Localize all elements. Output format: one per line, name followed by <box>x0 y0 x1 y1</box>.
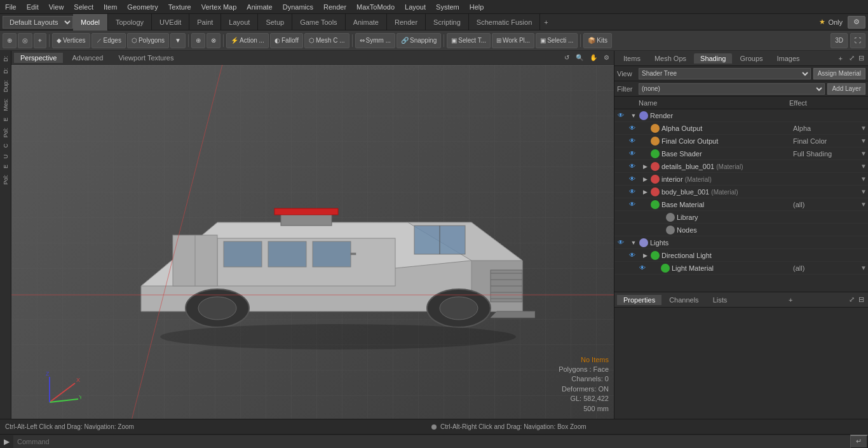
panel-tab-images[interactable]: Images <box>771 53 806 64</box>
shader-item-lights[interactable]: 👁 ▼ Lights <box>614 236 868 249</box>
vp-settings[interactable]: ⚙ <box>602 53 611 62</box>
expand-interior[interactable]: ▶ <box>641 175 649 183</box>
toolbar-rotate[interactable]: ◎ <box>18 33 32 48</box>
expand-details[interactable]: ▶ <box>641 163 649 170</box>
layout-dropdown[interactable]: Default Layouts <box>3 16 73 29</box>
filter-dropdown[interactable]: (none) <box>639 83 825 95</box>
left-tab-2[interactable]: D: <box>1 65 10 76</box>
eye-final-color[interactable]: 👁 <box>627 136 637 146</box>
props-add-tab[interactable]: + <box>789 296 792 304</box>
layout-tab-gametools[interactable]: Game Tools <box>292 14 346 31</box>
add-layer-btn[interactable]: Add Layer <box>827 83 865 95</box>
panel-tab-items[interactable]: Items <box>617 53 647 64</box>
eye-lights[interactable]: 👁 <box>616 238 626 248</box>
eye-base-material[interactable]: 👁 <box>627 200 637 210</box>
menu-dynamics[interactable]: Dynamics <box>278 2 318 12</box>
menu-animate[interactable]: Animate <box>241 2 277 12</box>
left-tab-6[interactable]: Pol: <box>1 125 10 140</box>
toolbar-select-tool[interactable]: ▣ Select T... <box>447 33 491 48</box>
layout-settings[interactable]: ⚙ <box>848 16 865 29</box>
shader-item-nodes[interactable]: Nodes <box>614 224 868 236</box>
layout-tab-model[interactable]: Model <box>73 14 108 31</box>
eye-body[interactable]: 👁 <box>627 187 637 197</box>
toolbar-workplane[interactable]: ⊞ Work Pl... <box>492 33 534 48</box>
view-dropdown[interactable]: Shader Tree <box>639 68 811 79</box>
command-input[interactable] <box>13 435 850 448</box>
layout-tab-render[interactable]: Render <box>387 14 426 31</box>
left-tab-3[interactable]: Dup: <box>1 78 10 95</box>
shader-item-alpha[interactable]: 👁 Alpha Output Alpha ▼ <box>614 122 868 135</box>
light-material-arrow[interactable]: ▼ <box>857 264 867 271</box>
shader-item-base-shader[interactable]: 👁 Base Shader Full Shading ▼ <box>614 147 868 160</box>
toolbar-sym[interactable]: ⇔ Symm ... <box>355 33 395 48</box>
cmd-enter-btn[interactable]: ↵ <box>850 435 868 449</box>
shader-item-dir-light[interactable]: 👁 ▶ Directional Light <box>614 249 868 262</box>
toolbar-falloff[interactable]: ◐ Falloff <box>270 33 303 48</box>
toolbar-vertices[interactable]: ◆ Vertices <box>52 33 90 48</box>
panel-tab-meshops[interactable]: Mesh Ops <box>648 53 693 64</box>
toolbar-mode-dropdown[interactable]: ▼ <box>170 33 186 48</box>
toolbar-snap[interactable]: ⊕ <box>191 33 205 48</box>
expand-body[interactable]: ▶ <box>641 188 649 196</box>
vp-rotate[interactable]: ↺ <box>562 53 571 62</box>
toolbar-snap2[interactable]: ⊗ <box>207 33 220 48</box>
shader-item-interior[interactable]: 👁 ▶ interior (Material) ▼ <box>614 173 868 186</box>
left-tab-1[interactable]: D: <box>1 53 10 64</box>
props-tab-properties[interactable]: Properties <box>617 295 661 305</box>
toolbar-scale[interactable]: ⌖ <box>34 33 46 48</box>
menu-layout[interactable]: Layout <box>400 2 431 12</box>
eye-details[interactable]: 👁 <box>627 161 637 172</box>
toolbar-polygons[interactable]: ⬡ Polygons <box>127 33 169 48</box>
left-tab-7[interactable]: C <box>1 141 10 151</box>
panel-tab-groups[interactable]: Groups <box>733 53 769 64</box>
menu-edit[interactable]: Edit <box>22 2 44 12</box>
menu-item[interactable]: Item <box>98 2 122 12</box>
vp-pan[interactable]: ✋ <box>588 53 599 62</box>
layout-tab-paint[interactable]: Paint <box>189 14 221 31</box>
toolbar-edges[interactable]: ⟋ Edges <box>92 33 126 48</box>
panel-add-tab[interactable]: + <box>835 53 846 64</box>
body-arrow[interactable]: ▼ <box>857 188 867 195</box>
menu-system[interactable]: System <box>431 2 465 12</box>
vp-tab-textures[interactable]: Viewport Textures <box>112 53 180 63</box>
menu-view[interactable]: View <box>44 2 69 12</box>
menu-help[interactable]: Help <box>465 2 489 12</box>
panel-options-btn[interactable]: ⊟ <box>857 53 865 64</box>
props-tab-channels[interactable]: Channels <box>663 295 705 305</box>
details-arrow[interactable]: ▼ <box>857 163 867 170</box>
expand-lights[interactable]: ▼ <box>630 239 637 247</box>
vp-zoom[interactable]: 🔍 <box>574 53 585 62</box>
shader-item-body[interactable]: 👁 ▶ body_blue_001 (Material) ▼ <box>614 186 868 198</box>
eye-alpha[interactable]: 👁 <box>627 123 637 133</box>
shader-tree[interactable]: 👁 ▼ Render 👁 Alpha Output Alpha ▼ <box>614 109 868 292</box>
menu-vertex-map[interactable]: Vertex Map <box>196 2 242 12</box>
left-tab-10[interactable]: Pol: <box>1 172 10 187</box>
shader-item-final-color[interactable]: 👁 Final Color Output Final Color ▼ <box>614 135 868 147</box>
panel-expand-btn[interactable]: ⤢ <box>848 53 856 64</box>
toolbar-snapping[interactable]: 🔗 Snapping <box>397 33 441 48</box>
menu-select[interactable]: Select <box>69 2 98 12</box>
layout-tab-layout[interactable]: Layout <box>221 14 258 31</box>
toolbar-3d-view[interactable]: 3D <box>831 33 848 48</box>
menu-texture[interactable]: Texture <box>163 2 196 12</box>
props-options[interactable]: ⊟ <box>857 294 865 305</box>
shader-item-library[interactable]: Library <box>614 211 868 224</box>
left-tab-4[interactable]: Mes: <box>1 96 10 114</box>
props-expand[interactable]: ⤢ <box>848 294 856 305</box>
expand-dir-light[interactable]: ▶ <box>641 252 649 259</box>
base-shader-arrow[interactable]: ▼ <box>857 150 867 157</box>
toolbar-mesh[interactable]: ⬡ Mesh C ... <box>304 33 349 48</box>
toolbar-transform[interactable]: ⊕ <box>3 33 17 48</box>
assign-material-btn[interactable]: Assign Material <box>813 68 865 79</box>
eye-dir-light[interactable]: 👁 <box>627 250 637 261</box>
3d-scene[interactable]: X Y Z No Items Polygons : Face Channels:… <box>11 65 614 419</box>
viewport-canvas[interactable]: X Y Z No Items Polygons : Face Channels:… <box>11 65 614 419</box>
layout-tab-setup[interactable]: Setup <box>258 14 292 31</box>
eye-render[interactable]: 👁 <box>616 111 626 121</box>
menu-maxtomodo[interactable]: MaxToModo <box>351 2 400 12</box>
toolbar-selection[interactable]: ▣ Selecti ... <box>536 33 578 48</box>
layout-add-tab[interactable]: + <box>540 17 552 27</box>
toolbar-kits[interactable]: 📦 Kits <box>583 33 612 48</box>
expand-render[interactable]: ▼ <box>630 112 637 119</box>
left-tab-9[interactable]: E <box>1 162 10 171</box>
